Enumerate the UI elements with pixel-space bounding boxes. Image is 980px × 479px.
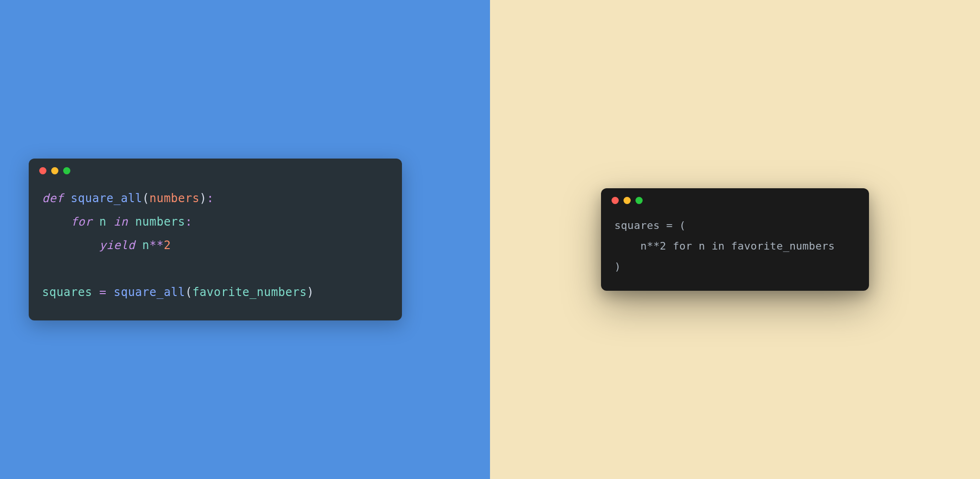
token-def: def	[42, 192, 64, 205]
token-var-n: n	[100, 215, 107, 228]
token-space	[64, 192, 71, 205]
token-colon: :	[207, 192, 214, 205]
token-space	[135, 239, 142, 252]
code-line: )	[614, 261, 621, 273]
token-lparen: (	[142, 192, 149, 205]
token-eq: =	[100, 285, 107, 299]
token-funcname: square_all	[71, 192, 143, 205]
minimize-icon[interactable]	[624, 197, 631, 204]
panel-right: squares = ( n**2 for n in favorite_numbe…	[490, 0, 980, 479]
token-var-n: n	[142, 239, 149, 252]
token-in: in	[114, 215, 128, 228]
maximize-icon[interactable]	[63, 167, 70, 174]
token-space	[107, 285, 114, 299]
token-arg: favorite_numbers	[192, 285, 307, 299]
token-yield: yield	[100, 239, 135, 252]
token-param: numbers	[149, 192, 200, 205]
code-body-left: def square_all(numbers): for n in number…	[29, 178, 402, 321]
close-icon[interactable]	[39, 167, 46, 174]
token-iter: numbers	[135, 215, 185, 228]
window-titlebar-right	[601, 188, 869, 208]
token-space	[128, 215, 135, 228]
code-line: n**2 for n in favorite_numbers	[614, 240, 835, 252]
close-icon[interactable]	[612, 197, 619, 204]
maximize-icon[interactable]	[635, 197, 643, 204]
minimize-icon[interactable]	[51, 167, 58, 174]
token-lhs: squares	[42, 285, 92, 299]
token-space	[107, 215, 114, 228]
code-line: squares = (	[614, 219, 686, 231]
code-window-left: def square_all(numbers): for n in number…	[29, 159, 402, 321]
token-rparen: )	[200, 192, 207, 205]
token-space	[92, 215, 100, 228]
code-body-right: squares = ( n**2 for n in favorite_numbe…	[601, 208, 869, 291]
token-space	[92, 285, 100, 299]
window-titlebar-left	[29, 159, 402, 178]
token-indent	[42, 239, 100, 252]
token-for: for	[71, 215, 92, 228]
split-view: def square_all(numbers): for n in number…	[0, 0, 980, 479]
token-rparen: )	[307, 285, 314, 299]
token-num: 2	[164, 239, 171, 252]
token-op: **	[149, 239, 164, 252]
token-indent	[42, 215, 71, 228]
token-colon: :	[185, 215, 192, 228]
token-lparen: (	[185, 285, 192, 299]
token-funccall: square_all	[114, 285, 186, 299]
code-window-right: squares = ( n**2 for n in favorite_numbe…	[601, 188, 869, 291]
panel-left: def square_all(numbers): for n in number…	[0, 0, 490, 479]
